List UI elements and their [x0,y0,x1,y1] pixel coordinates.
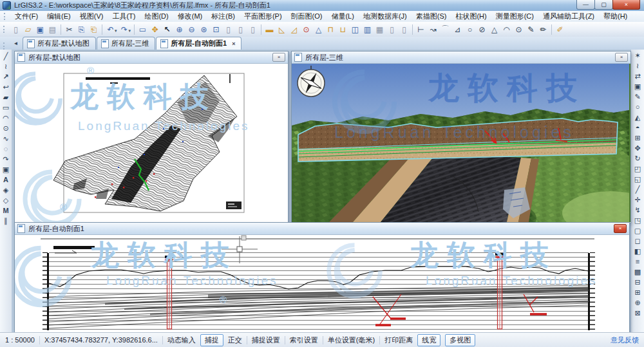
pencil-icon[interactable]: ✏ [537,23,549,35]
new-file-icon[interactable]: ▯ [10,23,22,35]
map-canvas[interactable]: 龙软科技 LongRuan Technologies ® ® [15,64,288,222]
close-button[interactable]: × [612,0,640,10]
add-object-icon[interactable]: ⊕ [632,297,643,308]
page-view-icon[interactable]: ▯ [247,23,259,35]
zoom-1to1-icon[interactable]: ⊡ [210,23,222,35]
window-add-icon[interactable]: ⊞ [632,287,643,297]
menu-ventilation-tools[interactable]: 通风辅助工具(Z) [538,11,599,22]
text-tool-icon[interactable]: A [1,174,11,185]
three-d-window-titlebar[interactable]: 所有层-三维 × [292,52,630,64]
move-tool-icon[interactable]: ✥ [632,143,643,153]
spline-edit-icon[interactable]: ≀ [632,61,643,71]
multitext-tool-icon[interactable]: M [1,205,11,216]
filled-polygon-tool-icon[interactable]: ▰ [1,92,11,102]
crop-icon[interactable]: ▣ [632,81,643,91]
brush-icon[interactable]: ✐ [554,23,566,35]
grid-windows-icon[interactable]: ⊞ [632,133,643,143]
save-icon[interactable]: ▣ [34,23,46,35]
page-view-icon[interactable]: ▯ [222,23,234,35]
index-settings-button[interactable]: 索引设置 [290,335,318,345]
copy-icon[interactable]: ⎘ [75,23,88,35]
minimize-button[interactable]: — [576,0,595,10]
pattern-fill-tool-icon[interactable]: ◈ [1,185,11,195]
three-d-window-close-icon[interactable]: × [615,53,628,62]
region-corner-icon[interactable]: ◳ [632,215,643,225]
swap-direction-icon[interactable]: ⇄ [632,71,643,81]
corner-window-icon[interactable]: ◰ [632,164,643,174]
hatch-tool-icon[interactable]: ∥ [1,216,11,226]
profile-canvas[interactable]: 龙软科技 LongRuan Technologies 龙软科技 LongRuan… [15,235,629,333]
node-edit-icon[interactable]: ○ [632,102,643,112]
line-width-toggle[interactable]: 线宽 [417,334,440,346]
page-view-icon[interactable]: ▦ [374,23,386,35]
hatch-fill-icon[interactable]: ▩ [632,267,643,277]
menu-file[interactable]: 文件(F) [10,11,43,22]
zoom-extent-icon[interactable]: ⊛ [198,23,210,35]
feedback-link[interactable]: 意见反馈 [611,335,639,345]
circle-tool-icon[interactable]: ⊙ [1,123,11,133]
arc2-draw-icon[interactable]: ◠ [500,23,513,35]
menu-plan-graphics[interactable]: 平面图形(P) [240,11,287,22]
print-distance-button[interactable]: 打印距离 [384,335,413,345]
menu-modify[interactable]: 修改(M) [173,11,207,22]
paste-icon[interactable]: ⎗ [88,23,100,35]
zoom-out-icon[interactable]: ⊖ [185,23,198,35]
layers-icon[interactable]: ≡ [632,256,643,267]
redo-dropdown-icon[interactable]: ▾ [129,28,131,33]
menu-section[interactable]: 剖面图(O) [287,11,327,22]
half-fill-icon[interactable]: ◧ [632,246,643,256]
delete-window-icon[interactable]: ⊠ [632,308,643,318]
no-snap-icon[interactable]: ⊘ [476,23,488,35]
multi-view-toggle[interactable]: 多视图 [445,334,475,346]
open-folder-icon[interactable]: ▱ [22,23,34,35]
page-view-icon[interactable]: ▯ [234,23,247,35]
arrow-line-tool-icon[interactable]: ↗ [1,71,11,82]
mining-symbol-icon[interactable]: ⊓ [325,23,337,35]
mining-symbol-icon[interactable]: ▥ [361,23,374,35]
pan-icon[interactable]: ✥ [149,23,161,35]
menu-survey-graphics[interactable]: 测量图形(C) [491,11,538,22]
prism-icon[interactable]: ◭ [632,112,643,122]
menubar-grip[interactable] [4,13,7,20]
menu-help[interactable]: 帮助(H) [599,11,632,22]
spline-draw-icon[interactable]: ↝ [427,23,439,35]
angle-draw-icon[interactable]: ⊿ [451,23,464,35]
diamond-tool-icon[interactable]: ◇ [1,195,11,205]
pen-icon[interactable]: ✎ [525,23,537,35]
image-tool-icon[interactable]: ▣ [1,164,11,174]
page-view-icon[interactable]: ▯ [386,23,398,35]
snap-toggle[interactable]: 捕捉 [200,334,223,346]
rotate-tool-icon[interactable]: ↻ [632,153,643,164]
print-icon[interactable]: ▤ [46,23,59,35]
break-line-icon[interactable]: ↯ [632,205,643,215]
dynamic-input-toggle[interactable]: 动态输入 [167,335,196,345]
toolbar-grip[interactable] [3,26,6,33]
cut-icon[interactable]: ✂ [63,23,75,35]
center-snap-icon[interactable]: ⊙ [513,23,525,35]
mining-symbol-icon[interactable]: △ [312,23,325,35]
tab-scroll-left-icon[interactable]: ◄ [11,39,21,48]
page-view-icon[interactable]: ▯ [398,23,410,35]
snap-settings-button[interactable]: 捕捉设置 [252,335,280,345]
spline-tool-icon[interactable]: ≀ [1,61,11,71]
arc-draw-icon[interactable]: ⌒ [439,23,451,35]
mining-symbol-icon[interactable]: ⊔ [337,23,349,35]
menu-annotate[interactable]: 标注(B) [207,11,240,22]
tab-close-icon[interactable]: × [232,41,235,47]
zoom-window-icon[interactable]: ▭ [137,23,149,35]
ellipse-tool-icon[interactable]: ◌ [1,144,11,154]
mining-symbol-icon[interactable]: ◫ [349,23,361,35]
zoom-in-icon[interactable]: ⊕ [173,23,185,35]
undo-dropdown-icon[interactable]: ▾ [115,28,117,33]
tabbar-grip[interactable] [3,42,6,50]
mining-symbol-icon[interactable]: ⊙ [300,23,312,35]
line-edit-icon[interactable]: ╱ [632,184,643,194]
polyline-tool-icon[interactable]: ↩ [1,82,11,92]
select-arrow-icon[interactable]: ↖ [161,23,173,35]
triangle-draw-icon[interactable]: △ [488,23,500,35]
profile-window-close-icon[interactable]: × [614,224,627,233]
mining-symbol-icon[interactable]: ◺ [276,23,288,35]
three-d-canvas[interactable]: 龙软科技 LongRuan Technologies [292,64,630,222]
curve-tool-icon[interactable]: ↷ [1,154,11,164]
window-remove-icon[interactable]: ⊟ [632,277,643,287]
